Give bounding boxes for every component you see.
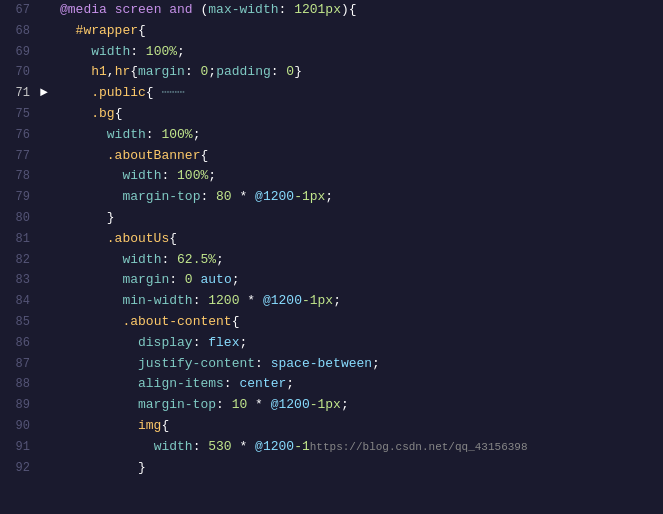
line-num-77: 77 <box>0 146 38 167</box>
line-num-81: 81 <box>0 229 38 250</box>
line-num-71: 71 <box>0 83 38 104</box>
line-numbers: 67 68 69 70 71 75 76 77 78 79 80 81 82 8… <box>0 0 38 514</box>
code-line-83: margin: 0 auto; <box>56 270 663 291</box>
current-line-arrow: ► <box>40 83 48 104</box>
code-line-80: } <box>56 208 663 229</box>
line-num-67: 67 <box>0 0 38 21</box>
code-line-85: .about-content{ <box>56 312 663 333</box>
code-line-75: .bg{ <box>56 104 663 125</box>
line-num-68: 68 <box>0 21 38 42</box>
code-line-70: h1,hr{margin: 0;padding: 0} <box>56 62 663 83</box>
code-line-90: img{ <box>56 416 663 437</box>
code-line-76: width: 100%; <box>56 125 663 146</box>
line-num-80: 80 <box>0 208 38 229</box>
code-content[interactable]: @media screen and (max-width: 1201px){ #… <box>56 0 663 514</box>
line-num-87: 87 <box>0 354 38 375</box>
line-num-70: 70 <box>0 62 38 83</box>
code-editor: 67 68 69 70 71 75 76 77 78 79 80 81 82 8… <box>0 0 663 514</box>
line-num-84: 84 <box>0 291 38 312</box>
arrow-column: ► <box>38 0 56 514</box>
code-line-88: align-items: center; <box>56 374 663 395</box>
code-line-69: width: 100%; <box>56 42 663 63</box>
code-line-89: margin-top: 10 * @1200-1px; <box>56 395 663 416</box>
line-num-83: 83 <box>0 270 38 291</box>
line-num-92: 92 <box>0 458 38 479</box>
line-num-90: 90 <box>0 416 38 437</box>
code-line-77: .aboutBanner{ <box>56 146 663 167</box>
line-num-78: 78 <box>0 166 38 187</box>
code-line-71: .public{ ⋯⋯⋯ <box>56 83 663 104</box>
code-line-67: @media screen and (max-width: 1201px){ <box>56 0 663 21</box>
code-line-68: #wrapper{ <box>56 21 663 42</box>
line-num-75: 75 <box>0 104 38 125</box>
code-line-84: min-width: 1200 * @1200-1px; <box>56 291 663 312</box>
line-num-69: 69 <box>0 42 38 63</box>
code-line-92: } <box>56 458 663 479</box>
code-line-91: width: 530 * @1200-1https://blog.csdn.ne… <box>56 437 663 458</box>
code-line-81: .aboutUs{ <box>56 229 663 250</box>
code-line-79: margin-top: 80 * @1200-1px; <box>56 187 663 208</box>
line-num-91: 91 <box>0 437 38 458</box>
line-num-89: 89 <box>0 395 38 416</box>
code-line-82: width: 62.5%; <box>56 250 663 271</box>
line-num-79: 79 <box>0 187 38 208</box>
line-num-86: 86 <box>0 333 38 354</box>
line-num-85: 85 <box>0 312 38 333</box>
line-num-76: 76 <box>0 125 38 146</box>
code-line-86: display: flex; <box>56 333 663 354</box>
code-line-78: width: 100%; <box>56 166 663 187</box>
code-line-87: justify-content: space-between; <box>56 354 663 375</box>
line-num-82: 82 <box>0 250 38 271</box>
line-num-88: 88 <box>0 374 38 395</box>
